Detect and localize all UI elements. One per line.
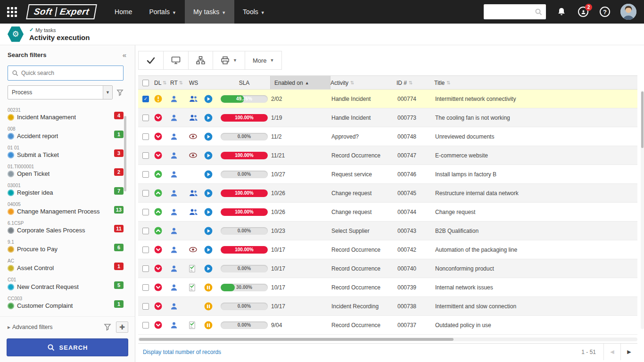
table-row[interactable]: 100.00%10/26Change request000744Change r… [138,203,637,222]
column-title[interactable]: Title⇅ [434,76,637,89]
execute-task-button[interactable] [138,51,164,70]
app-grid-icon[interactable] [0,0,24,24]
menu-home[interactable]: Home [106,0,140,24]
sidebar-process-item[interactable]: 01.TI000001Open Ticket2 [8,163,124,181]
logo-part1: Soft [33,7,53,17]
advanced-filters-toggle[interactable]: ▸Advanced filters [8,324,99,330]
activity-cell: Request service [330,171,396,178]
customer-complaint-icon [8,303,14,309]
display-total-link[interactable]: Display total number of records [138,349,221,355]
caret-down-icon[interactable]: ▼ [233,58,237,63]
table-header: DL⇅ RT⇅ WS SLA Enabled on▲ Activity⇅ ID … [138,75,637,90]
table-row[interactable]: 0.00%10/23Select Supplier000743B2B Quali… [138,222,637,240]
table-row[interactable]: 0.00%9/04Record Occurrence000737Outdated… [138,316,637,335]
column-sla[interactable]: SLA [218,76,270,89]
filter-funnel-icon[interactable] [104,323,111,331]
sort-icon: ⇅ [446,80,450,85]
table-row[interactable]: 0.00%10/27Request service000746Install l… [138,165,637,184]
horizontal-scrollbar[interactable] [138,337,637,341]
row-checkbox[interactable] [138,209,153,215]
row-checkbox[interactable] [138,322,153,329]
row-checkbox[interactable] [138,265,153,272]
group-icon [189,189,204,197]
menu-tools[interactable]: Tools▼ [234,0,273,24]
corporate-sales-icon [8,227,14,234]
user-avatar[interactable] [620,4,636,20]
sidebar-process-item[interactable]: CC003Customer Complaint1 [8,295,124,313]
sidebar-process-item[interactable]: 04005Change Management Process13 [8,200,124,219]
title-cell: B2B Qualification [434,228,637,234]
add-filter-button[interactable]: ✚ [116,321,128,333]
support-icon[interactable]: 2 [577,6,589,18]
vertical-scrollbar[interactable] [641,90,644,329]
table-row[interactable]: 100.00%10/26Change request000745Restruct… [138,184,637,203]
sidebar-process-item[interactable]: 00231Incident Management4 [8,106,124,125]
table-row[interactable]: 100.00%1/19Handle Incident000773The cool… [138,108,637,127]
process-name: Change Management Process [17,208,100,215]
row-checkbox[interactable] [138,171,153,178]
sla-progress-bar: 0.00% [218,303,270,310]
flowchart-button[interactable] [189,51,213,70]
sidebar-process-item[interactable]: 6.1CSPCorporate Sales Process11 [8,219,124,238]
search-button[interactable]: SEARCH [7,338,128,356]
filter-funnel-icon[interactable] [116,89,124,96]
column-enabled-on[interactable]: Enabled on▲ [270,76,330,89]
table-row[interactable]: 100.00%11/21Record Occurrence000747E-com… [138,146,637,165]
quick-search-box[interactable] [8,66,124,81]
row-checkbox[interactable] [138,190,153,197]
table-row[interactable]: ✓49.76%2/02Handle Incident000774Intermit… [138,90,637,108]
activity-cell: Approved? [330,133,396,140]
sidebar-process-item[interactable]: 01 01Submit a Ticket3 [8,144,124,163]
notifications-bell-icon[interactable] [555,6,568,18]
column-activity[interactable]: Activity⇅ [330,76,396,89]
sidebar-process-item[interactable]: 03001Register idea7 [8,181,124,200]
select-all-checkbox[interactable] [142,80,149,86]
title-cell: The cooling fan is not working [434,115,637,121]
row-checkbox[interactable] [138,115,153,121]
view-data-button[interactable] [164,51,189,70]
global-search-box[interactable] [484,4,546,19]
table-row[interactable]: 0.00%10/17Record Occurrence000740Nonconf… [138,259,637,278]
table-row[interactable]: 30.00%10/17Record Occurrence000739Intern… [138,278,637,297]
global-search-input[interactable] [487,8,535,16]
menu-portals[interactable]: Portals▼ [140,0,185,24]
row-checkbox[interactable] [138,303,153,310]
table-row[interactable]: 100.00%10/17Record Occurrence000742Autom… [138,240,637,259]
row-checkbox[interactable] [138,247,153,253]
process-code: 01 01 [8,145,124,150]
row-checkbox[interactable] [138,152,153,159]
column-dl[interactable]: DL⇅ [153,76,170,89]
sidebar-process-item[interactable]: ACAsset Control1 [8,257,124,276]
next-page-button[interactable]: ▶ [620,344,637,360]
process-code: 9.1 [8,239,124,245]
support-badge: 2 [585,4,592,11]
quick-search-input[interactable] [21,70,119,76]
activity-cell: Select Supplier [330,228,396,234]
process-filter-select[interactable]: Process ▼ [8,85,113,99]
row-checkbox[interactable] [138,228,153,234]
sidebar-process-item[interactable]: C01New Contract Request5 [8,276,124,295]
print-button[interactable]: ▼ [213,51,245,70]
help-icon[interactable]: ? [599,6,611,18]
sidebar-process-item[interactable]: 9.1Procure to Pay6 [8,238,124,257]
pending-count-badge: 3 [114,149,124,157]
menu-my-tasks[interactable]: My tasks▼ [185,0,234,24]
row-checkbox[interactable]: ✓ [138,96,153,102]
collapse-sidebar-button[interactable]: « [123,51,126,59]
prev-page-button[interactable]: ◀ [603,344,620,360]
requester-person-icon [170,321,189,329]
new-contract-icon [8,284,14,290]
sidebar-process-item[interactable]: 008Accident report1 [8,125,124,144]
column-ws[interactable]: WS [189,76,204,89]
table-row[interactable]: 0.00%10/17Incident Recording000738Interm… [138,297,637,316]
tasks-table: DL⇅ RT⇅ WS SLA Enabled on▲ Activity⇅ ID … [138,75,637,341]
row-checkbox[interactable] [138,133,153,140]
column-id[interactable]: ID #⇅ [396,76,434,89]
table-row[interactable]: 0.00%11/2Approved?000748Unreviewed docum… [138,127,637,146]
sidebar-scrollbar[interactable] [124,116,126,191]
more-button[interactable]: More ▼ [245,51,282,70]
page-title: Activity execution [29,33,90,41]
row-checkbox[interactable] [138,284,153,291]
record-range: 1 - 51 [581,349,596,355]
column-rt[interactable]: RT⇅ [170,76,189,89]
